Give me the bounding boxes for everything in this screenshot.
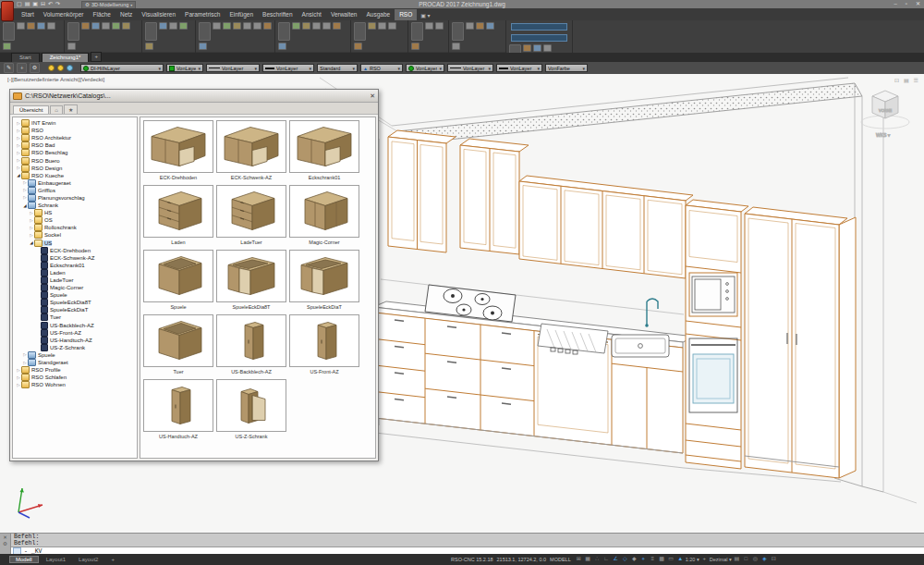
catalog-tree[interactable]: ▷INT Erwin▷RSO▷RSO Architektur▷RSO Bad▷R… bbox=[12, 117, 138, 459]
block-item-ladetuer[interactable]: LadeTuer bbox=[216, 185, 286, 247]
property-combo-5[interactable]: ▲RSO▾ bbox=[360, 64, 403, 72]
wrench-icon[interactable]: ⚙ bbox=[3, 541, 7, 547]
tree-item-us-front-az[interactable]: US-Front-AZ bbox=[13, 329, 137, 337]
layout-tab-[interactable]: + bbox=[105, 556, 120, 563]
panel-tool-icon[interactable] bbox=[466, 22, 474, 30]
block-thumbnail[interactable] bbox=[143, 185, 213, 238]
panel-tool-icon[interactable] bbox=[435, 22, 444, 30]
panel-tool-icon[interactable] bbox=[67, 22, 79, 41]
tree-item-rso-schlafen[interactable]: ▷RSO Schlafen bbox=[13, 374, 137, 381]
tree-item-schrank[interactable]: ◢Schrank bbox=[13, 202, 137, 209]
panel-tool-icon[interactable] bbox=[523, 44, 531, 52]
block-thumbnail[interactable] bbox=[216, 250, 286, 302]
tree-item-eck-schwenk-az[interactable]: ECK-Schwenk-AZ bbox=[13, 254, 137, 262]
property-combo-4[interactable]: Standard▾ bbox=[317, 64, 358, 72]
tree-item-rso-design[interactable]: ▷RSO Design bbox=[13, 165, 137, 172]
property-combo-7[interactable]: VonLayer▾ bbox=[447, 64, 493, 72]
block-item-us-z-schrank[interactable]: US-Z-Schrank bbox=[216, 379, 286, 441]
ribbon-tab-parametrisch[interactable]: Parametrisch bbox=[180, 9, 225, 20]
panel-tool-icon[interactable] bbox=[199, 22, 211, 41]
panel-tool-icon[interactable] bbox=[91, 22, 100, 30]
panel-tool-icon[interactable] bbox=[37, 22, 45, 30]
panel-tool-icon[interactable] bbox=[411, 43, 419, 50]
tree-item-us-z-schrank[interactable]: US-Z-Schrank bbox=[13, 344, 137, 351]
panel-tool-icon[interactable] bbox=[122, 22, 130, 30]
property-combo-3[interactable]: VonLayer▾ bbox=[262, 64, 314, 72]
favorites-icon[interactable]: ★ bbox=[64, 104, 78, 114]
panel-tool-icon[interactable] bbox=[333, 22, 341, 30]
tree-item-laden[interactable]: Laden bbox=[13, 269, 137, 276]
panel-tool-icon[interactable] bbox=[223, 22, 231, 30]
tree-item-eckschrank01[interactable]: Eckschrank01 bbox=[13, 262, 137, 269]
tab-uebersicht[interactable]: Übersicht bbox=[13, 105, 49, 114]
annotation-scale[interactable]: 1:20 ▾ bbox=[686, 557, 699, 562]
panel-tool-icon[interactable] bbox=[278, 22, 290, 41]
panel-tool-icon[interactable] bbox=[81, 22, 90, 30]
layout-tab-layout1[interactable]: Layout1 bbox=[41, 556, 71, 563]
ribbon-tab-einfügen[interactable]: Einfügen bbox=[225, 9, 258, 20]
block-item-spueleeckdiat[interactable]: SpueleEckDiaT bbox=[289, 250, 359, 312]
tree-item-rso[interactable]: ▷RSO bbox=[13, 127, 137, 134]
command-window-grip[interactable]: ✕ ⚙ bbox=[0, 534, 11, 555]
property-combo-8[interactable]: VonLayer▾ bbox=[496, 64, 542, 72]
panel-tool-icon[interactable] bbox=[3, 43, 11, 50]
panel-tool-icon[interactable] bbox=[112, 22, 120, 30]
tree-item-standgeraet[interactable]: ▷Standgeraet bbox=[13, 359, 137, 366]
drawing-canvas[interactable]: [-][Benutzerdefinierte Ansicht][Verdeckt… bbox=[0, 74, 924, 533]
panel-tool-icon[interactable] bbox=[452, 43, 460, 50]
panel-tool-icon[interactable] bbox=[47, 22, 55, 30]
layer-on-icon[interactable] bbox=[48, 65, 55, 71]
grid-icon[interactable]: ⊞ bbox=[575, 555, 583, 563]
panel-tool-icon[interactable] bbox=[169, 22, 177, 30]
block-thumbnail[interactable] bbox=[289, 120, 359, 173]
tree-item-spueleeckdiat[interactable]: SpueleEckDiaT bbox=[13, 306, 137, 313]
panel-tool-icon[interactable] bbox=[179, 22, 188, 30]
panel-tool-icon[interactable] bbox=[67, 43, 76, 50]
tree-item-us[interactable]: ◢US bbox=[13, 240, 137, 247]
ribbon-tab-netz[interactable]: Netz bbox=[116, 9, 137, 20]
layer-freeze-icon[interactable] bbox=[57, 65, 64, 71]
property-combo-1[interactable]: VonLayer▾ bbox=[166, 64, 203, 72]
lockui-icon[interactable]: □ bbox=[742, 555, 750, 563]
tree-item-rso-profile[interactable]: ▷RSO Profile bbox=[13, 366, 137, 374]
property-combo-0[interactable]: DI-HilfsLayer▾ bbox=[80, 64, 164, 72]
maximize-button[interactable]: ▫ bbox=[906, 1, 907, 7]
palette-close-icon[interactable]: ✕ bbox=[370, 92, 375, 100]
osnap-icon[interactable]: ◇ bbox=[621, 555, 629, 563]
tree-item-sockel[interactable]: ▷Sockel bbox=[13, 231, 137, 239]
tree-item-magic-corner[interactable]: Magic-Corner bbox=[13, 284, 137, 291]
property-combo-9[interactable]: VonFarbe▾ bbox=[545, 64, 588, 72]
file-tab-zeichnung1[interactable]: Zeichnung1* bbox=[42, 53, 90, 62]
pan-icon[interactable]: ▤ bbox=[904, 77, 909, 83]
panel-tool-icon[interactable] bbox=[354, 22, 366, 41]
tree-item-hs[interactable]: ▷HS bbox=[13, 209, 137, 216]
qprops-icon[interactable]: ▤ bbox=[733, 555, 741, 563]
ribbon-tab-rso[interactable]: RSO bbox=[395, 9, 417, 20]
save-icon[interactable]: ▣ bbox=[32, 1, 38, 7]
panel-tool-icon[interactable] bbox=[102, 22, 110, 30]
block-thumbnail[interactable] bbox=[216, 185, 286, 238]
panel-tool-icon[interactable] bbox=[263, 22, 272, 30]
panel-tool-icon[interactable] bbox=[145, 22, 157, 41]
block-item-us-handtuch-az[interactable]: US-Handtuch-AZ bbox=[143, 379, 213, 441]
undo-icon[interactable]: ↶ bbox=[48, 1, 53, 7]
tree-item-spuele[interactable]: ▷Spuele bbox=[13, 351, 137, 359]
tree-item-ladetuer[interactable]: LadeTuer bbox=[13, 276, 137, 284]
panel-tool-icon[interactable] bbox=[322, 22, 331, 30]
panel-tool-icon[interactable] bbox=[213, 22, 221, 30]
redo-icon[interactable]: ↷ bbox=[55, 1, 60, 7]
panel-tool-icon[interactable] bbox=[368, 22, 376, 30]
new-icon[interactable]: ▢ bbox=[17, 1, 22, 7]
block-thumbnail[interactable] bbox=[143, 120, 213, 173]
view-combo[interactable] bbox=[511, 23, 567, 31]
tree-item-rso-bad[interactable]: ▷RSO Bad bbox=[13, 141, 137, 149]
tree-item-rso-kueche[interactable]: ◢RSO Kueche bbox=[13, 172, 137, 179]
space-label[interactable]: MODELL bbox=[550, 557, 571, 562]
layer-new-icon[interactable]: ＋ bbox=[17, 63, 27, 73]
transparency-icon[interactable]: ▩ bbox=[658, 555, 666, 563]
block-item-us-front-az[interactable]: US-Front-AZ bbox=[289, 314, 359, 376]
block-item-spueleeckdia8t[interactable]: SpueleEckDia8T bbox=[216, 250, 286, 312]
close-button[interactable]: ✕ bbox=[916, 1, 920, 7]
block-thumbnail[interactable] bbox=[216, 120, 286, 173]
ribbon-tab-visualisieren[interactable]: Visualisieren bbox=[137, 9, 180, 20]
